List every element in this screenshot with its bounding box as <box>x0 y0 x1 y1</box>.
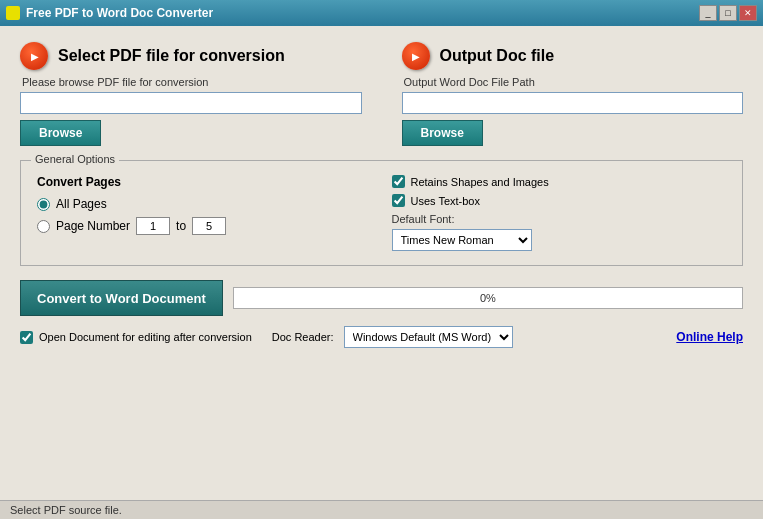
font-select-wrapper: Times New RomanArialCourier NewHelvetica… <box>392 229 727 251</box>
all-pages-row: All Pages <box>37 197 372 211</box>
general-options-box: General Options Convert Pages All Pages … <box>20 160 743 266</box>
uses-textbox-row: Uses Text-box <box>392 194 727 207</box>
output-browse-button[interactable]: Browse <box>402 120 483 146</box>
font-select[interactable]: Times New RomanArialCourier NewHelvetica… <box>392 229 532 251</box>
minimize-button[interactable]: _ <box>699 5 717 21</box>
retains-shapes-label: Retains Shapes and Images <box>411 176 549 188</box>
default-font-label: Default Font: <box>392 213 727 225</box>
options-right: Retains Shapes and Images Uses Text-box … <box>372 175 727 251</box>
status-bar: Select PDF source file. <box>0 500 763 519</box>
right-panel-subtitle: Output Word Doc File Path <box>404 76 744 88</box>
status-text: Select PDF source file. <box>10 504 122 516</box>
left-panel-header: Select PDF file for conversion <box>20 42 362 70</box>
open-doc-text: Open Document for editing after conversi… <box>39 331 252 343</box>
page-number-radio[interactable] <box>37 220 50 233</box>
left-panel: Select PDF file for conversion Please br… <box>20 42 362 146</box>
top-section: Select PDF file for conversion Please br… <box>0 26 763 156</box>
progress-text: 0% <box>480 292 496 304</box>
left-panel-icon <box>20 42 48 70</box>
pdf-file-input[interactable] <box>20 92 362 114</box>
maximize-button[interactable]: □ <box>719 5 737 21</box>
options-left: Convert Pages All Pages Page Number to <box>37 175 372 251</box>
right-panel-title: Output Doc file <box>440 47 555 65</box>
all-pages-label: All Pages <box>56 197 107 211</box>
footer-row: Open Document for editing after conversi… <box>0 322 763 352</box>
right-panel: Output Doc file Output Word Doc File Pat… <box>402 42 744 146</box>
title-bar: Free PDF to Word Doc Converter _ □ ✕ <box>0 0 763 26</box>
right-panel-icon <box>402 42 430 70</box>
page-to-label: to <box>176 219 186 233</box>
doc-reader-select[interactable]: Windows Default (MS Word)Microsoft WordO… <box>344 326 513 348</box>
retains-shapes-checkbox[interactable] <box>392 175 405 188</box>
open-doc-checkbox[interactable] <box>20 331 33 344</box>
app-title: Free PDF to Word Doc Converter <box>26 6 213 20</box>
progress-bar-container: 0% <box>233 287 743 309</box>
output-file-input[interactable] <box>402 92 744 114</box>
page-to-input[interactable] <box>192 217 226 235</box>
window-content: Select PDF file for conversion Please br… <box>0 26 763 519</box>
right-panel-header: Output Doc file <box>402 42 744 70</box>
uses-textbox-checkbox[interactable] <box>392 194 405 207</box>
close-button[interactable]: ✕ <box>739 5 757 21</box>
page-number-label: Page Number <box>56 219 130 233</box>
general-options-legend: General Options <box>31 153 119 165</box>
all-pages-radio[interactable] <box>37 198 50 211</box>
title-bar-left: Free PDF to Word Doc Converter <box>6 6 213 20</box>
retains-shapes-row: Retains Shapes and Images <box>392 175 727 188</box>
page-from-input[interactable] <box>136 217 170 235</box>
uses-textbox-label: Uses Text-box <box>411 195 481 207</box>
bottom-action: Convert to Word Document 0% <box>0 274 763 322</box>
pdf-browse-button[interactable]: Browse <box>20 120 101 146</box>
title-controls: _ □ ✕ <box>699 5 757 21</box>
doc-reader-label: Doc Reader: <box>272 331 334 343</box>
app-icon <box>6 6 20 20</box>
left-panel-title: Select PDF file for conversion <box>58 47 285 65</box>
page-number-row: Page Number to <box>37 217 372 235</box>
convert-button[interactable]: Convert to Word Document <box>20 280 223 316</box>
convert-pages-title: Convert Pages <box>37 175 372 189</box>
options-inner: Convert Pages All Pages Page Number to <box>37 175 726 251</box>
left-panel-subtitle: Please browse PDF file for conversion <box>22 76 362 88</box>
online-help-link[interactable]: Online Help <box>676 330 743 344</box>
open-doc-label[interactable]: Open Document for editing after conversi… <box>20 331 252 344</box>
